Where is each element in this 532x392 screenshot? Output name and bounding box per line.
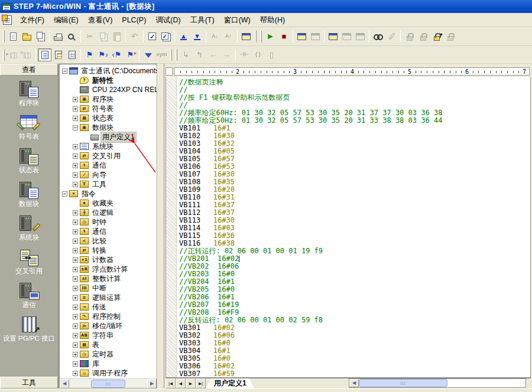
expander-plus-icon[interactable]: + [73, 361, 79, 367]
sidebar-item-cross-reference[interactable]: ↔ 交叉引用 [0, 249, 58, 275]
code-line[interactable]: //数据页注释 [179, 79, 530, 86]
tree-item[interactable]: + ≫ 移位/循环 [61, 321, 157, 331]
expander-plus-icon[interactable]: + [73, 324, 79, 329]
data-block-text[interactable]: //数据页注释////按 F1 键获取帮助和示范数据页////频率给定60Hz:… [177, 77, 530, 377]
menu-PLC(P)[interactable]: PLC(P) [117, 14, 151, 26]
sidebar-item-data-block[interactable]: 数据块 [0, 181, 58, 207]
symbol-filter-button[interactable] [141, 48, 155, 61]
view-stl-button[interactable] [51, 48, 65, 61]
write-all-button[interactable] [353, 30, 367, 43]
expander-plus-icon[interactable]: + [73, 172, 79, 178]
tree-item[interactable]: + ▣ 程序块 [61, 94, 157, 104]
editor-horizontal-scrollbar[interactable]: ◀ [349, 378, 526, 388]
chart-status-button[interactable] [326, 30, 340, 43]
line-down-button[interactable]: ↳ [179, 48, 193, 61]
scroll-left-icon[interactable]: ◀ [60, 379, 69, 388]
expander-plus-icon[interactable]: + [73, 153, 79, 159]
tree-item[interactable]: − 富士通讯 (C:\Documents [61, 66, 157, 76]
expander-plus-icon[interactable]: + [73, 333, 79, 338]
expander-plus-icon[interactable]: + [73, 182, 79, 187]
sidebar-item-communication[interactable]: 通信 [0, 282, 58, 308]
cut-button[interactable]: ✂ [83, 30, 96, 43]
sidebar-item-status-chart[interactable]: 状态表 [0, 148, 58, 174]
tools-bar-header[interactable]: 工具 [0, 377, 58, 388]
line-left-button[interactable]: ← [206, 48, 220, 61]
scroll-thumb[interactable] [91, 380, 125, 388]
sort-descending-button[interactable]: A↑ [222, 30, 235, 43]
document-system-icon[interactable] [3, 15, 12, 25]
delete-network-button[interactable] [20, 48, 34, 61]
tree-item[interactable]: + ϟ 通信 [61, 161, 157, 170]
code-line[interactable]: VB303 16#0 [179, 339, 530, 347]
compile-all-button[interactable] [159, 30, 173, 43]
view-bar-header[interactable]: 查看 [0, 64, 58, 76]
tree-horizontal-scrollbar[interactable]: ◀ ▶ [60, 378, 157, 388]
menu-调试(D)[interactable]: 调试(D) [151, 14, 185, 26]
expander-plus-icon[interactable]: + [73, 314, 79, 319]
first-tab-icon[interactable]: |◀ [166, 378, 176, 388]
tree-item[interactable]: CPU 224XP CN REL [61, 85, 157, 94]
tree-item[interactable]: ? 新特性 [61, 76, 157, 85]
selection-margin[interactable] [166, 77, 177, 377]
pause-program-status-button[interactable] [309, 30, 322, 43]
tree-item[interactable]: + → 传送 [61, 302, 157, 312]
bookmark-clear-button[interactable]: ⚑ [124, 48, 137, 61]
run-button[interactable]: ► [264, 30, 277, 43]
expander-minus-icon[interactable]: − [62, 191, 69, 197]
expander-plus-icon[interactable]: + [73, 295, 79, 300]
panel-splitter[interactable] [157, 64, 164, 388]
tree-item[interactable]: 用户定义1 [61, 132, 157, 142]
code-line[interactable]: //频率给定50Hz: 01 30 32 05 57 53 30 35 20 3… [179, 117, 530, 125]
tree-item[interactable]: ∗ 收藏夹 [61, 198, 157, 208]
scroll-track[interactable] [447, 379, 525, 387]
tree-item[interactable]: + ╫ 位逻辑 [61, 208, 157, 217]
view-status-button[interactable] [371, 30, 385, 43]
undo-button[interactable]: ↶ [128, 30, 141, 43]
coil-button[interactable]: ( ) [251, 48, 265, 61]
copy-button[interactable] [96, 30, 110, 43]
line-right-button[interactable]: → [220, 48, 233, 61]
tree-item[interactable]: + ⇄ 符号表 [61, 104, 157, 113]
save-all-button[interactable] [34, 30, 47, 43]
bookmark-next-button[interactable]: ⚑› [96, 48, 110, 61]
expander-plus-icon[interactable]: + [73, 229, 79, 234]
bookmark-toggle-button[interactable]: ⚑ [83, 48, 96, 61]
prev-tab-icon[interactable]: ◀ [176, 378, 186, 388]
tree-item[interactable]: − ▾ 指令 [61, 189, 157, 198]
view-ladder-button[interactable] [38, 48, 51, 61]
open-project-button[interactable] [20, 30, 34, 43]
expander-minus-icon[interactable]: − [62, 68, 69, 74]
expander-plus-icon[interactable]: + [73, 267, 79, 272]
tree-item[interactable]: + ↷ 程序控制 [61, 312, 157, 321]
next-tab-icon[interactable]: ▶ [186, 378, 196, 388]
tab-user-defined-1[interactable]: 用户定义1 [206, 378, 255, 388]
print-preview-button[interactable] [65, 30, 79, 43]
tree-item[interactable]: + AB 字符串 [61, 331, 157, 340]
code-line[interactable]: VB304 16#1 [179, 347, 530, 355]
paste-button[interactable] [110, 30, 124, 43]
unlock-button[interactable] [416, 30, 430, 43]
menu-编辑(E)[interactable]: 编辑(E) [49, 14, 83, 26]
expander-plus-icon[interactable]: + [73, 220, 79, 225]
expander-plus-icon[interactable]: + [73, 97, 79, 102]
box-button[interactable]: ▯ [265, 48, 278, 61]
tree-item[interactable]: + +1 计数器 [61, 255, 157, 264]
tree-item[interactable]: + ▫ 调用子程序 [61, 368, 157, 378]
code-line[interactable]: //按 F1 键获取帮助和示范数据页 [179, 94, 530, 102]
expander-plus-icon[interactable]: + [73, 342, 79, 348]
tree-item[interactable]: + 系统块 [61, 142, 157, 151]
expander-plus-icon[interactable]: + [73, 106, 79, 112]
expander-plus-icon[interactable]: + [73, 144, 79, 149]
sidebar-item-set-pg-pc-interface[interactable]: ↗ 设置 PG/PC 接口 [0, 316, 58, 342]
force-values-button[interactable] [385, 30, 398, 43]
menu-查看(V)[interactable]: 查看(V) [83, 14, 118, 26]
tree-item[interactable]: + ◷ 定时器 [61, 349, 157, 359]
sidebar-item-program-block[interactable]: 程序块 [0, 80, 58, 106]
scroll-right-icon[interactable]: ▶ [147, 379, 157, 388]
expander-plus-icon[interactable]: + [73, 257, 79, 263]
tree-item[interactable]: + ◷ 时钟 [61, 217, 157, 227]
compile-button[interactable] [145, 30, 159, 43]
tree-item[interactable]: + III 中断 [61, 283, 157, 293]
line-up-button[interactable]: ↰ [193, 48, 206, 61]
insert-network-button[interactable] [7, 48, 20, 61]
